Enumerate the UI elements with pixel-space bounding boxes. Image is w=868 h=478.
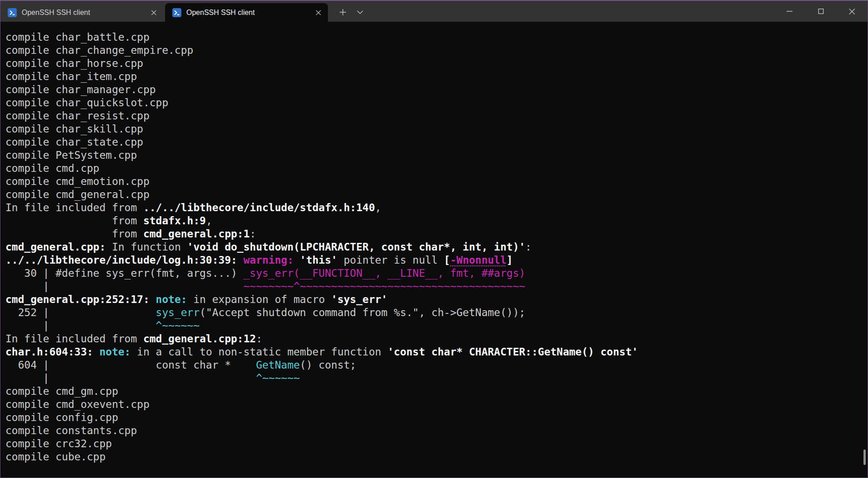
titlebar-drag-area[interactable] xyxy=(369,1,774,22)
terminal-text-segment: stdafx.h:9 xyxy=(143,215,206,227)
terminal-text-segment: compile char_horse.cpp xyxy=(5,57,143,69)
tab-close-icon[interactable] xyxy=(312,6,325,19)
terminal-text-segment: compile char_state.cpp xyxy=(5,136,143,148)
terminal-text-segment: compile char_quickslot.cpp xyxy=(5,97,168,109)
terminal-text-segment: note: xyxy=(100,346,137,358)
terminal-line: compile cmd_general.cpp xyxy=(5,188,867,201)
terminal-text-segment: in expansion of macro xyxy=(193,293,331,305)
tab-close-icon[interactable] xyxy=(147,6,161,19)
terminal-line: compile cmd_oxevent.cpp xyxy=(5,398,867,411)
terminal-text-segment: compile constants.cpp xyxy=(5,425,137,436)
terminal-text-segment: warning: xyxy=(243,254,300,266)
terminal-text-segment: _sys_err(__FUNCTION__, __LINE__, fmt, ##… xyxy=(243,267,525,279)
terminal-text-segment: 'this' xyxy=(300,254,337,266)
terminal-text-segment: ^~~~~~~ xyxy=(156,320,199,331)
minimize-button[interactable] xyxy=(774,1,805,22)
tab-openssh-2[interactable]: OpenSSH SSH client xyxy=(165,3,328,22)
terminal-text-segment: 'const char* CHARACTER::GetName() const' xyxy=(388,346,638,358)
minimize-icon xyxy=(787,11,792,12)
terminal-text-segment: char.h:604:33: xyxy=(5,346,100,358)
terminal-text-segment: , xyxy=(206,215,212,227)
terminal-text-segment: [ xyxy=(444,254,450,266)
terminal-text-segment: compile cmd_oxevent.cpp xyxy=(5,398,150,410)
terminal-line: ../../libthecore/include/log.h:30:39: wa… xyxy=(5,254,867,267)
terminal-text-segment: In file included from xyxy=(5,202,143,213)
maximize-icon xyxy=(818,9,824,14)
terminal-text-segment: cmd_general.cpp:12 xyxy=(143,333,256,345)
close-button[interactable] xyxy=(836,1,868,22)
terminal-text-segment: , xyxy=(375,202,381,213)
terminal-text-segment: note: xyxy=(156,293,193,305)
terminal-line: | ~~~~~~~~^~~~~~~~~~~~~~~~~~~~~~~~~~~~~~… xyxy=(5,280,867,293)
scrollbar-thumb[interactable] xyxy=(863,450,866,465)
terminal-line: compile constants.cpp xyxy=(5,424,867,437)
terminal-line: compile PetSystem.cpp xyxy=(5,149,867,162)
terminal-line: compile crc32.cpp xyxy=(5,437,867,450)
terminal-text-segment: compile char_manager.cpp xyxy=(5,84,156,95)
terminal-text-segment: compile char_item.cpp xyxy=(5,71,137,82)
terminal-line: 604 | const char * GetName() const; xyxy=(5,359,867,372)
terminal-text-segment: from xyxy=(5,215,143,227)
terminal-line: In file included from cmd_general.cpp:12… xyxy=(5,332,867,345)
terminal-text-segment: ~~~~~~~~^~~~~~~~~~~~~~~~~~~~~~~~~~~~~~~~… xyxy=(243,280,525,292)
terminal-text-segment: compile char_change_empire.cpp xyxy=(5,44,193,56)
terminal-text-segment: compile cmd.cpp xyxy=(5,162,100,174)
terminal-text-segment: ../../libthecore/include/stdafx.h:140 xyxy=(143,202,375,213)
terminal-line: | ^~~~~~~ xyxy=(5,372,867,385)
new-tab-button[interactable] xyxy=(334,5,351,20)
terminal-line: 30 | #define sys_err(fmt, args...) _sys_… xyxy=(5,267,867,280)
terminal-line: compile cmd_emotion.cpp xyxy=(5,175,867,188)
terminal-text-segment: compile char_battle.cpp xyxy=(5,31,150,43)
terminal-text-segment: ] xyxy=(507,254,513,266)
terminal-text-segment: 604 | const char * xyxy=(5,359,256,371)
tab-title: OpenSSH SSH client xyxy=(22,9,147,17)
terminal-text-segment: compile cmd_general.cpp xyxy=(5,189,150,200)
terminal-line: cmd_general.cpp:252:17: note: in expansi… xyxy=(5,293,867,306)
terminal-window: OpenSSH SSH client OpenSSH SSH client xyxy=(0,0,868,478)
tab-openssh-1[interactable]: OpenSSH SSH client xyxy=(0,3,163,22)
terminal-text-segment: compile config.cpp xyxy=(5,412,118,423)
terminal-text-segment: compile cmd_emotion.cpp xyxy=(5,175,150,187)
terminal-text-segment: compile crc32.cpp xyxy=(5,438,112,450)
terminal-text-segment: ("Accept shutdown command from %s.", ch-… xyxy=(199,307,525,318)
powershell-icon xyxy=(8,8,17,17)
title-bar: OpenSSH SSH client OpenSSH SSH client xyxy=(0,1,868,22)
terminal-text-segment: In function xyxy=(106,241,187,253)
terminal-line: compile char_resist.cpp xyxy=(5,109,867,123)
terminal-text-segment: compile cmd_gm.cpp xyxy=(5,385,118,397)
terminal-line: compile char_horse.cpp xyxy=(5,57,867,70)
terminal-text-segment: pointer is null xyxy=(337,254,444,266)
terminal-line: cmd_general.cpp: In function 'void do_sh… xyxy=(5,241,867,254)
terminal-line: 252 | sys_err("Accept shutdown command f… xyxy=(5,306,867,319)
terminal-line: compile cmd.cpp xyxy=(5,162,867,175)
terminal-text-segment: : xyxy=(250,228,256,240)
close-icon xyxy=(849,9,855,14)
terminal-text-segment: -Wnonnull xyxy=(450,254,507,266)
terminal-text-segment: 'sys_err' xyxy=(331,293,388,305)
terminal-line: from stdafx.h:9, xyxy=(5,214,867,227)
terminal-text-segment: cmd_general.cpp:1 xyxy=(143,228,250,240)
terminal-line: compile char_battle.cpp xyxy=(5,31,867,44)
maximize-button[interactable] xyxy=(805,1,836,22)
tab-dropdown-button[interactable] xyxy=(351,5,369,20)
terminal-text-segment: 30 | #define sys_err(fmt, args...) xyxy=(5,267,243,279)
terminal-text-segment: compile char_resist.cpp xyxy=(5,110,150,122)
terminal-output[interactable]: compile char_battle.cppcompile char_chan… xyxy=(1,23,867,477)
terminal-line: compile char_item.cpp xyxy=(5,70,867,83)
terminal-line: compile char_change_empire.cpp xyxy=(5,44,867,57)
terminal-text-segment: : xyxy=(525,241,531,253)
terminal-text-segment: compile char_skill.cpp xyxy=(5,123,143,135)
terminal-text-segment: sys_err xyxy=(156,307,199,318)
terminal-line: compile char_skill.cpp xyxy=(5,123,867,136)
terminal-text-segment: cmd_general.cpp: xyxy=(5,241,106,253)
terminal-line: compile char_quickslot.cpp xyxy=(5,96,867,109)
powershell-icon xyxy=(172,8,181,17)
terminal-text-segment: 'void do_shutdown(LPCHARACTER, const cha… xyxy=(187,241,526,253)
terminal-line: compile char_state.cpp xyxy=(5,136,867,149)
terminal-line: from cmd_general.cpp:1: xyxy=(5,227,867,241)
terminal-text-segment: compile cube.cpp xyxy=(5,451,106,463)
terminal-text-segment: | xyxy=(5,280,243,292)
terminal-text-segment: ../../libthecore/include/log.h:30:39: xyxy=(5,254,243,266)
terminal-text-segment: : xyxy=(256,333,262,345)
terminal-line: compile cube.cpp xyxy=(5,450,867,464)
